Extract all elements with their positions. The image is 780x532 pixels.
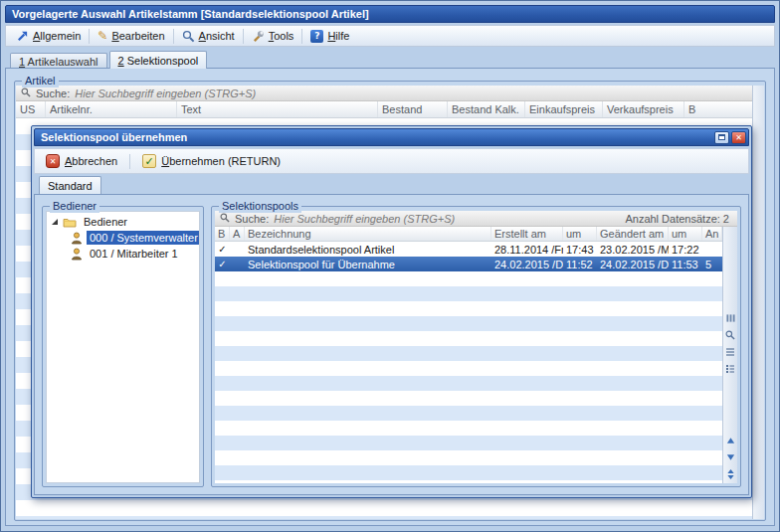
tree-node-bediener[interactable]: Bediener <box>47 214 199 230</box>
details-icon[interactable] <box>725 363 736 374</box>
artikel-scroll-strip[interactable] <box>752 86 764 519</box>
menu-bearbeiten[interactable]: ✎ Bearbeiten <box>91 28 171 44</box>
dialog-selektionspool-uebernehmen: Selektionspool übernehmen ✕ ✕ Abbrechen … <box>31 125 752 498</box>
tab-label: Standard <box>48 180 93 192</box>
column-header-bestand[interactable]: Bestand <box>378 101 448 117</box>
pools-table: Suche: Hier Suchbegriff eingeben (STRG+S… <box>215 211 737 483</box>
close-icon: ✕ <box>735 133 742 142</box>
restore-icon <box>718 134 725 140</box>
pools-table-body <box>215 271 722 483</box>
pools-group-title: Selektionspools <box>219 200 301 213</box>
column-header-artikelnr[interactable]: Artikelnr. <box>46 101 177 117</box>
scroll-updown-icon[interactable] <box>725 468 736 479</box>
expander-icon[interactable] <box>51 218 59 226</box>
tab-standard[interactable]: Standard <box>39 176 101 194</box>
scroll-down-icon[interactable] <box>725 451 736 462</box>
bars-icon[interactable] <box>725 312 736 323</box>
column-header-text[interactable]: Text <box>177 101 378 117</box>
menubar-separator <box>301 29 302 44</box>
cell-erstellt-am: 28.11.2014 /Fr <box>491 242 563 257</box>
window-titlebar: Vorgelagerte Auswahl Artikelstamm [Stand… <box>5 5 775 23</box>
bediener-group-title: Bediener <box>50 200 99 213</box>
pool-row-selektionspool-uebernahme[interactable]: ✓ Selektionspool für Übernahme 24.02.201… <box>215 257 722 271</box>
cell-an <box>702 242 722 257</box>
menu-label-allgemein: Allgemein <box>33 30 81 42</box>
column-header-einkaufspreis[interactable]: Einkaufspreis <box>525 101 603 117</box>
cell-erstellt-am: 24.02.2015 /Di <box>491 257 563 271</box>
menu-tools[interactable]: Tools <box>245 28 301 45</box>
pools-group: Selektionspools Suche: Hier Suchbegriff … <box>211 206 741 487</box>
column-header-b[interactable]: B <box>215 227 230 241</box>
user-icon <box>71 232 83 245</box>
tab-selektionspool[interactable]: 2 Selektionspool <box>109 51 208 69</box>
cell-a <box>230 242 245 257</box>
menu-label-bearbeiten: Bearbeiten <box>111 30 164 42</box>
artikel-table-header: US Artikelnr. Text Bestand Bestand Kalk.… <box>16 101 752 118</box>
accept-button[interactable]: ✓ Übernehmen (RETURN) <box>136 152 287 170</box>
magnifier-icon[interactable] <box>725 329 736 340</box>
artikel-group-title: Artikel <box>22 75 59 88</box>
menu-label-tools: Tools <box>269 30 294 42</box>
user-icon <box>71 248 83 261</box>
search-icon <box>21 88 31 99</box>
pool-row-standardselektionspool[interactable]: ✓ Standardselektionspool Artikel 28.11.2… <box>215 242 722 257</box>
column-header-erstellt-am[interactable]: Erstellt am <box>491 227 563 241</box>
column-header-an[interactable]: An <box>702 227 722 241</box>
column-header-erstellt-um[interactable]: um <box>563 227 597 241</box>
column-header-us[interactable]: US <box>16 101 46 117</box>
check-icon: ✓ <box>142 154 156 168</box>
menu-hilfe[interactable]: ? Hilfe <box>303 28 356 45</box>
restore-button[interactable] <box>714 131 729 144</box>
column-header-verkaufspreis[interactable]: Verkaufspreis <box>603 101 684 117</box>
menu-allgemein[interactable]: Allgemein <box>9 28 88 45</box>
tabstrip: 1 Artikelauswahl 2 Selektionspool <box>5 51 775 69</box>
cancel-button[interactable]: ✕ Abbrechen <box>40 152 123 170</box>
menu-label-ansicht: Ansicht <box>199 30 235 42</box>
cell-geaendert-um: 17:22 <box>669 242 702 257</box>
column-header-bezeichnung[interactable]: Bezeichnung <box>245 227 491 241</box>
tree-node-systemverwalter[interactable]: 000 / Systemverwalter <box>47 230 199 246</box>
menu-ansicht[interactable]: Ansicht <box>175 28 242 45</box>
menubar: Allgemein ✎ Bearbeiten Ansicht Tools ? H… <box>5 25 775 47</box>
pools-search-bar[interactable]: Suche: Hier Suchbegriff eingeben (STRG+S… <box>215 211 737 227</box>
cell-erstellt-um: 11:52 <box>563 257 597 271</box>
cell-geaendert-am: 23.02.2015 /Mo <box>597 242 669 257</box>
toolbar-separator <box>129 154 130 169</box>
search-icon <box>220 213 230 225</box>
column-header-geaendert-am[interactable]: Geändert am <box>597 227 669 241</box>
list-icon[interactable] <box>725 346 736 357</box>
tree-node-mitarbeiter[interactable]: 001 / Mitarbeiter 1 <box>47 246 199 262</box>
cell-geaendert-am: 24.02.2015 /Di <box>597 257 669 271</box>
close-button[interactable]: ✕ <box>731 131 746 144</box>
tools-icon <box>252 30 265 43</box>
artikel-search-bar[interactable]: Suche: Hier Suchbegriff eingeben (STRG+S… <box>16 86 752 101</box>
tab-label: 1 Artikelauswahl <box>19 56 98 68</box>
bediener-group: Bediener Bediener <box>42 206 204 487</box>
column-header-b[interactable]: B <box>684 101 752 117</box>
bediener-tree: Bediener 000 / Systemverwalter 001 / Mit… <box>46 211 200 483</box>
folder-icon <box>63 217 77 228</box>
tree-node-label: Bediener <box>81 215 130 229</box>
dialog-tabstrip: Standard <box>34 176 749 194</box>
pencil-icon: ✎ <box>98 30 107 42</box>
dialog-toolbar: ✕ Abbrechen ✓ Übernehmen (RETURN) <box>34 148 749 174</box>
window-title: Vorgelagerte Auswahl Artikelstamm [Stand… <box>12 8 369 20</box>
arrow-up-right-icon <box>16 30 29 43</box>
dialog-content-panel: Bediener Bediener <box>34 194 749 495</box>
search-placeholder: Hier Suchbegriff eingeben (STRG+S) <box>75 88 256 99</box>
cancel-label: Abbrechen <box>65 155 117 167</box>
tree-node-label: 001 / Mitarbeiter 1 <box>87 247 181 261</box>
cell-geaendert-um: 11:53 <box>669 257 702 271</box>
menu-label-hilfe: Hilfe <box>327 30 349 42</box>
column-header-bestand-kalk[interactable]: Bestand Kalk. <box>448 101 525 117</box>
search-label: Suche: <box>36 88 70 99</box>
column-header-a[interactable]: A <box>230 227 245 241</box>
pools-side-toolbar <box>722 227 737 483</box>
checked-icon: ✓ <box>215 257 230 271</box>
column-header-geaendert-um[interactable]: um <box>669 227 702 241</box>
menubar-separator <box>89 29 90 44</box>
checked-icon: ✓ <box>215 242 230 257</box>
dialog-title: Selektionspool übernehmen <box>41 131 187 143</box>
scroll-up-icon[interactable] <box>725 435 736 445</box>
tab-artikelauswahl[interactable]: 1 Artikelauswahl <box>10 53 107 69</box>
